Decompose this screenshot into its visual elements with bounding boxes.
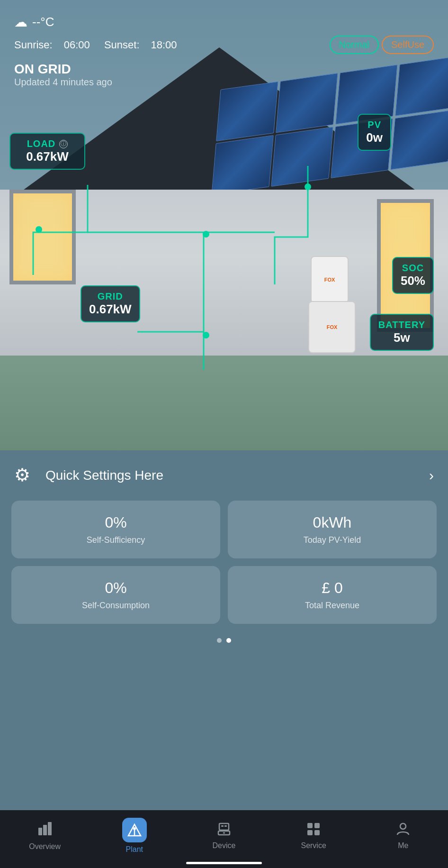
soc-info-box[interactable]: SOC 50% <box>392 257 434 294</box>
battery-info-box[interactable]: BATTERY 5w <box>370 314 434 351</box>
load-title: LOAD <box>27 138 56 149</box>
nav-label-device: Device <box>213 841 236 850</box>
sun-row: Sunrise:06:00 Sunset:18:00 Normal SelfUs… <box>14 36 434 54</box>
nav-label-me: Me <box>398 841 408 850</box>
page-dot-1[interactable] <box>217 638 222 643</box>
nav-label-overview: Overview <box>29 842 61 851</box>
mode-badges: Normal SelfUse <box>330 36 434 54</box>
svg-rect-8 <box>224 825 227 827</box>
solar-panel <box>271 127 333 186</box>
svg-rect-13 <box>307 830 313 835</box>
sunset-display: Sunset:18:00 <box>104 39 188 51</box>
temperature-display: --°C <box>32 15 54 29</box>
pv-value: 0w <box>366 130 383 145</box>
svg-rect-1 <box>43 825 47 835</box>
gear-icon: ⚙ <box>14 465 36 486</box>
total-revenue-value: £ 0 <box>237 579 427 597</box>
nav-item-service[interactable]: Service <box>290 822 337 850</box>
svg-rect-14 <box>314 830 320 835</box>
device-icon <box>216 822 232 839</box>
me-icon <box>395 822 411 839</box>
nav-label-service: Service <box>301 841 326 850</box>
sun-times: Sunrise:06:00 Sunset:18:00 <box>14 39 188 51</box>
solar-panel <box>390 110 448 170</box>
stats-grid: 0% Self-Sufficiency 0kWh Today PV-Yield … <box>0 501 448 624</box>
battery-brand: FOX <box>327 324 338 330</box>
soc-title: SOC <box>401 263 425 274</box>
page-indicators <box>0 633 448 648</box>
total-revenue-label: Total Revenue <box>237 601 427 611</box>
sunset-time: 18:00 <box>151 39 177 51</box>
self-consumption-card[interactable]: 0% Self-Consumption <box>11 566 220 624</box>
self-consumption-label: Self-Consumption <box>21 601 211 611</box>
sunrise-display: Sunrise:06:00 <box>14 39 104 51</box>
pv-yield-value: 0kWh <box>237 514 427 531</box>
ground <box>0 356 448 450</box>
sunrise-label: Sunrise: <box>14 39 53 51</box>
pv-yield-card[interactable]: 0kWh Today PV-Yield <box>228 501 437 558</box>
bottom-navigation: Overview Plant Device <box>0 810 448 868</box>
grid-title: GRID <box>89 291 132 302</box>
selfuse-mode-button[interactable]: SelfUse <box>382 36 434 54</box>
svg-point-5 <box>133 827 136 830</box>
nav-item-overview[interactable]: Overview <box>21 821 69 851</box>
on-grid-label: ON GRID <box>14 62 112 77</box>
self-consumption-value: 0% <box>21 579 211 597</box>
cloud-icon: ☁ <box>14 14 27 30</box>
svg-rect-6 <box>219 823 229 830</box>
flow-dot <box>203 332 209 338</box>
normal-mode-button[interactable]: Normal <box>330 36 379 54</box>
load-value: 0.67kW <box>18 149 77 164</box>
self-sufficiency-label: Self-Sufficiency <box>21 535 211 545</box>
battery-value: 5w <box>378 330 425 345</box>
sunset-label: Sunset: <box>104 39 140 51</box>
nav-item-device[interactable]: Device <box>200 822 248 850</box>
grid-info-box[interactable]: GRID 0.67kW <box>81 285 140 322</box>
svg-rect-12 <box>314 823 320 828</box>
inverter-unit: FOX <box>311 256 349 303</box>
updated-time: Updated 4 minutes ago <box>14 77 112 88</box>
svg-rect-0 <box>38 828 42 835</box>
svg-point-15 <box>400 823 406 829</box>
nav-label-plant: Plant <box>126 845 143 854</box>
nav-item-plant[interactable]: Plant <box>111 818 158 854</box>
service-icon <box>306 822 321 839</box>
load-info-box[interactable]: LOAD ⓘ 0.67kW <box>9 133 85 170</box>
chevron-right-icon: › <box>429 467 434 484</box>
solar-panel <box>276 73 338 133</box>
sunrise-time: 06:00 <box>64 39 90 51</box>
house-visualization: FOX FOX LOAD ⓘ 0.67kW PV 0w SOC 50% <box>0 0 448 450</box>
solar-panel <box>216 82 278 141</box>
window-left <box>9 190 76 284</box>
self-sufficiency-card[interactable]: 0% Self-Sufficiency <box>11 501 220 558</box>
quick-settings-row[interactable]: ⚙ Quick Settings Here › <box>0 450 448 501</box>
nav-item-me[interactable]: Me <box>379 822 427 850</box>
svg-rect-7 <box>221 825 224 827</box>
flow-dot <box>203 231 209 238</box>
plant-icon <box>122 818 147 842</box>
total-revenue-card[interactable]: £ 0 Total Revenue <box>228 566 437 624</box>
flow-dot <box>305 183 311 190</box>
pv-yield-label: Today PV-Yield <box>237 535 427 545</box>
self-sufficiency-value: 0% <box>21 514 211 531</box>
soc-value: 50% <box>401 274 425 288</box>
page-dot-2[interactable] <box>226 638 231 643</box>
svg-rect-11 <box>307 823 313 828</box>
solar-panel <box>211 135 273 195</box>
quick-settings-label: Quick Settings Here <box>45 468 429 483</box>
weather-row: ☁ --°C <box>14 14 434 30</box>
battery-unit: FOX <box>308 301 356 353</box>
grid-status: ON GRID Updated 4 minutes ago <box>14 62 112 88</box>
grid-value: 0.67kW <box>89 302 132 317</box>
load-info-icon[interactable]: ⓘ <box>59 140 68 148</box>
pv-info-box[interactable]: PV 0w <box>358 114 391 151</box>
home-indicator <box>186 862 262 864</box>
overview-icon <box>37 821 53 840</box>
inverter-brand: FOX <box>324 277 335 283</box>
flow-dot <box>36 226 42 233</box>
bottom-content: ⚙ Quick Settings Here › 0% Self-Sufficie… <box>0 450 448 709</box>
svg-rect-2 <box>48 822 52 835</box>
battery-title: BATTERY <box>378 320 425 330</box>
pv-title: PV <box>366 119 383 130</box>
solar-panel <box>395 56 448 116</box>
